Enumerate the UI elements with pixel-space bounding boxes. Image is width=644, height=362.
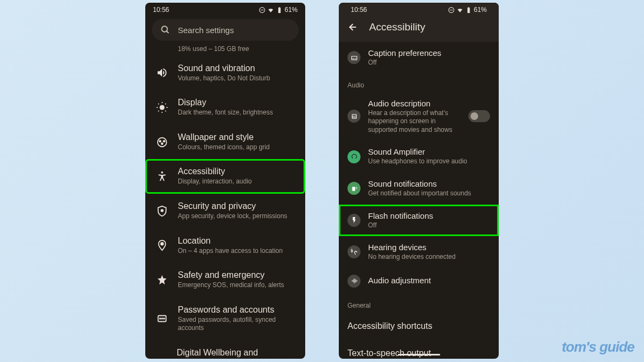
display-icon — [156, 101, 168, 113]
description-icon: AD — [347, 110, 360, 123]
svg-point-13 — [161, 243, 164, 245]
search-placeholder: Search settings — [178, 26, 234, 35]
setting-item-accessibility[interactable]: Accessibility Display, interaction, audi… — [145, 159, 305, 194]
svg-rect-31 — [355, 280, 356, 282]
setting-item-sound[interactable]: Sound and vibration Volume, haptics, Do … — [150, 56, 301, 91]
setting-subtitle: 18% used – 105 GB free — [178, 45, 294, 54]
setting-title: Passwords and accounts — [178, 305, 294, 315]
acc-item-hearing-devices[interactable]: Hearing devices No hearing devices conne… — [339, 236, 499, 268]
svg-point-15 — [159, 318, 160, 319]
back-icon[interactable] — [347, 22, 358, 33]
svg-point-10 — [162, 143, 163, 144]
setting-item-wellbeing-cutoff[interactable]: Digital Wellbeing and parental — [150, 340, 301, 359]
status-time: 10:56 — [153, 6, 169, 14]
setting-item-safety[interactable]: Safety and emergency Emergency SOS, medi… — [150, 263, 301, 297]
setting-item-passwords[interactable]: Passwords and accounts Saved passwords, … — [150, 297, 301, 340]
setting-subtitle: Colours, themed icons, app grid — [178, 143, 294, 152]
toggle-audio-description[interactable] — [468, 110, 490, 122]
acc-item-flash-notifications[interactable]: Flash notifications Off — [339, 205, 499, 237]
caption-icon — [347, 51, 360, 64]
setting-title: Security and privacy — [178, 201, 294, 211]
search-icon — [160, 25, 170, 35]
svg-line-5 — [166, 31, 169, 33]
svg-text:AD: AD — [352, 115, 356, 118]
acc-subtitle: Hear a description of what's happening o… — [368, 109, 461, 135]
svg-rect-32 — [356, 281, 357, 282]
setting-item-storage-partial[interactable]: 18% used – 105 GB free — [150, 45, 301, 56]
accessibility-list: Caption preferences Off Audio AD Audio d… — [339, 42, 499, 359]
battery-icon — [465, 7, 472, 14]
status-bar: 10:56 61% — [145, 3, 305, 16]
setting-subtitle: Emergency SOS, medical info, alerts — [178, 281, 294, 290]
location-icon — [156, 239, 168, 251]
svg-point-17 — [164, 318, 165, 319]
nav-bar[interactable] — [398, 354, 440, 355]
setting-subtitle: Saved passwords, autofill, synced accoun… — [178, 316, 294, 333]
acc-item-audio-description[interactable]: AD Audio description Hear a description … — [339, 92, 499, 141]
svg-point-16 — [162, 318, 163, 319]
setting-title: Wallpaper and style — [178, 132, 294, 142]
acc-subtitle: Get notified about important sounds — [368, 189, 490, 198]
svg-rect-28 — [352, 281, 352, 282]
setting-title: Accessibility — [178, 167, 294, 176]
page-title: Accessibility — [369, 21, 425, 33]
hearing-icon — [347, 245, 360, 258]
setting-subtitle: Display, interaction, audio — [178, 177, 294, 186]
setting-item-wallpaper[interactable]: Wallpaper and style Colours, themed icon… — [150, 125, 301, 160]
amplifier-icon — [347, 150, 360, 163]
setting-title: Display — [178, 98, 294, 107]
svg-rect-20 — [467, 8, 469, 13]
svg-rect-3 — [279, 7, 280, 8]
wifi-icon — [267, 7, 274, 14]
wallpaper-icon — [156, 136, 168, 148]
volume-icon — [156, 67, 168, 79]
svg-rect-24 — [355, 58, 356, 59]
setting-title: Safety and emergency — [178, 270, 294, 280]
svg-rect-2 — [278, 8, 280, 13]
wifi-icon — [456, 7, 463, 14]
acc-subtitle: No hearing devices connected — [368, 253, 490, 262]
watermark: tom's guide — [562, 339, 634, 355]
acc-item-sound-notifications[interactable]: Sound notifications Get notified about i… — [339, 173, 499, 205]
accessibility-header: 10:56 61% Accessibility — [339, 3, 499, 42]
acc-item-caption[interactable]: Caption preferences Off — [339, 42, 499, 74]
svg-rect-23 — [352, 58, 354, 59]
acc-title: Flash notifications — [368, 211, 490, 220]
acc-item-tts[interactable]: Text-to-speech output — [339, 340, 499, 359]
svg-rect-22 — [351, 56, 357, 60]
setting-item-location[interactable]: Location On – 4 apps have access to loca… — [150, 228, 301, 263]
dnd-icon — [259, 7, 266, 14]
svg-rect-27 — [352, 187, 355, 191]
svg-point-6 — [159, 105, 164, 110]
acc-title: Audio description — [368, 99, 461, 108]
svg-rect-21 — [468, 7, 469, 8]
svg-point-4 — [162, 26, 168, 32]
shield-icon — [156, 205, 168, 217]
audio-adj-icon — [347, 275, 360, 288]
acc-title: Caption preferences — [368, 48, 490, 58]
safety-icon — [156, 274, 168, 286]
acc-title: Sound notifications — [368, 179, 490, 188]
section-audio: Audio — [339, 74, 499, 92]
section-general: General — [339, 294, 499, 313]
setting-subtitle: Volume, haptics, Do Not Disturb — [178, 74, 294, 83]
setting-item-display[interactable]: Display Dark theme, font size, brightnes… — [150, 90, 301, 125]
acc-item-shortcuts[interactable]: Accessibility shortcuts — [339, 313, 499, 340]
search-settings-bar[interactable]: Search settings — [152, 19, 299, 41]
svg-point-7 — [158, 137, 167, 147]
flash-icon — [347, 214, 360, 227]
svg-rect-29 — [353, 280, 353, 282]
acc-subtitle: Off — [368, 221, 490, 230]
acc-item-sound-amplifier[interactable]: Sound Amplifier Use headphones to improv… — [339, 141, 499, 173]
battery-icon — [276, 7, 283, 14]
acc-subtitle: Off — [368, 59, 490, 67]
setting-item-security[interactable]: Security and privacy App security, devic… — [150, 194, 301, 228]
setting-subtitle: App security, device lock, permissions — [178, 212, 294, 221]
svg-rect-30 — [354, 278, 355, 283]
settings-list: 18% used – 105 GB free Sound and vibrati… — [145, 45, 305, 359]
battery-percent: 61% — [474, 6, 487, 14]
accessibility-icon — [156, 170, 168, 182]
setting-subtitle: Dark theme, font size, brightness — [178, 109, 294, 117]
acc-item-audio-adjustment[interactable]: Audio adjustment — [339, 268, 499, 294]
setting-title: Sound and vibration — [178, 63, 294, 73]
